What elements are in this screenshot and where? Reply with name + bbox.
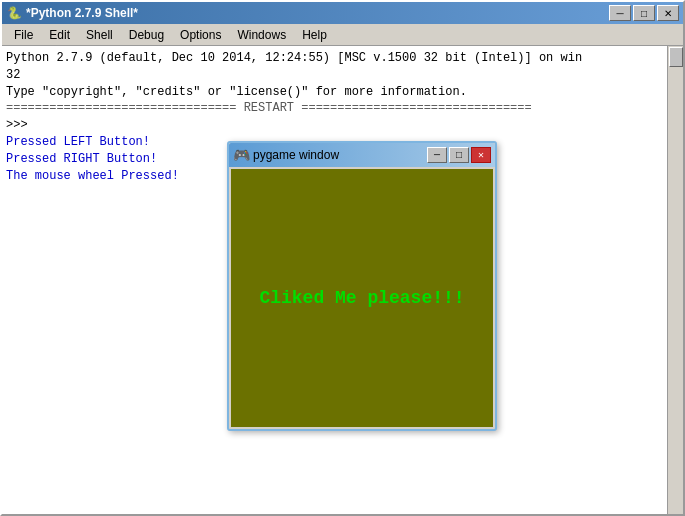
pygame-icon: 🎮	[233, 147, 249, 163]
pygame-title-bar: 🎮 pygame window ─ □ ✕	[229, 143, 495, 167]
pygame-close-button[interactable]: ✕	[471, 147, 491, 163]
menu-help[interactable]: Help	[294, 26, 335, 44]
pygame-canvas[interactable]: Cliked Me please!!!	[231, 169, 493, 427]
maximize-button[interactable]: □	[633, 5, 655, 21]
pygame-title: pygame window	[253, 148, 339, 162]
shell-prompt: >>>	[6, 118, 35, 132]
menu-options[interactable]: Options	[172, 26, 229, 44]
window-title: *Python 2.7.9 Shell*	[26, 6, 138, 20]
menu-windows[interactable]: Windows	[229, 26, 294, 44]
main-window: 🐍 *Python 2.7.9 Shell* ─ □ ✕ File Edit S…	[0, 0, 685, 516]
close-button[interactable]: ✕	[657, 5, 679, 21]
scroll-thumb[interactable]	[669, 47, 683, 67]
menu-edit[interactable]: Edit	[41, 26, 78, 44]
pygame-window: 🎮 pygame window ─ □ ✕ Cliked Me please!!…	[227, 141, 497, 431]
menu-file[interactable]: File	[6, 26, 41, 44]
python-icon: 🐍	[6, 5, 22, 21]
menu-debug[interactable]: Debug	[121, 26, 172, 44]
shell-pressed-left: Pressed LEFT Button!	[6, 135, 150, 149]
shell-pressed-right: Pressed RIGHT Button!	[6, 152, 157, 166]
title-buttons: ─ □ ✕	[609, 5, 679, 21]
minimize-button[interactable]: ─	[609, 5, 631, 21]
pygame-title-buttons: ─ □ ✕	[427, 147, 491, 163]
title-bar-left: 🐍 *Python 2.7.9 Shell*	[6, 5, 138, 21]
pygame-minimize-button[interactable]: ─	[427, 147, 447, 163]
title-bar: 🐍 *Python 2.7.9 Shell* ─ □ ✕	[2, 2, 683, 24]
pygame-canvas-text: Cliked Me please!!!	[259, 288, 464, 308]
shell-pressed-wheel: The mouse wheel Pressed!	[6, 169, 179, 183]
shell-content: Python 2.7.9 (default, Dec 10 2014, 12:2…	[2, 46, 683, 514]
menu-bar: File Edit Shell Debug Options Windows He…	[2, 24, 683, 46]
shell-separator: ================================ RESTART…	[6, 101, 532, 115]
shell-line1: Python 2.7.9 (default, Dec 10 2014, 12:2…	[6, 51, 582, 99]
pygame-maximize-button[interactable]: □	[449, 147, 469, 163]
menu-shell[interactable]: Shell	[78, 26, 121, 44]
scrollbar[interactable]	[667, 46, 683, 514]
pygame-title-left: 🎮 pygame window	[233, 147, 339, 163]
